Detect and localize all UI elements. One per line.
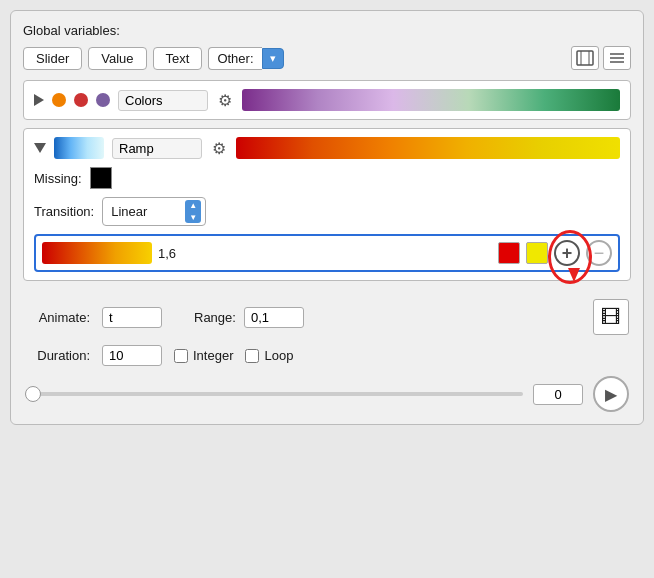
toolbar-row: Slider Value Text Other: ▾ (23, 46, 631, 70)
stepper-up[interactable]: ▲ (185, 200, 201, 212)
range-group: Range: (194, 307, 304, 328)
ramp-section-card: ⚙ Missing: Transition: Linear ▲ ▼ 1,6 (23, 128, 631, 281)
other-label: Other: (208, 47, 261, 70)
colors-name-input[interactable] (118, 90, 208, 111)
dot-red (74, 93, 88, 107)
remove-color-stop-button[interactable]: − (586, 240, 612, 266)
resize-icon-button[interactable] (571, 46, 599, 70)
integer-checkbox[interactable] (174, 349, 188, 363)
colors-gear-button[interactable]: ⚙ (216, 91, 234, 110)
ramp-gear-button[interactable]: ⚙ (210, 139, 228, 158)
integer-checkbox-label[interactable]: Integer (174, 348, 233, 363)
ramp-color-preview (54, 137, 104, 159)
colors-gradient-bar (242, 89, 620, 111)
ramp-section-row: ⚙ (34, 137, 620, 159)
animate-label: Animate: (25, 310, 90, 325)
lines-icon (608, 50, 626, 66)
ramp-value-color-preview (42, 242, 152, 264)
animate-row: Animate: Range: 🎞 (25, 299, 629, 335)
other-dropdown-arrow[interactable]: ▾ (262, 48, 284, 69)
transition-label: Transition: (34, 204, 94, 219)
playback-slider-track[interactable] (25, 392, 523, 396)
yellow-color-swatch[interactable] (526, 242, 548, 264)
duration-input[interactable] (102, 345, 162, 366)
dot-orange (52, 93, 66, 107)
loop-checkbox[interactable] (245, 349, 259, 363)
ramp-value-text: 1,6 (158, 246, 492, 261)
plus-btn-container: + (554, 240, 580, 266)
bottom-section: Animate: Range: 🎞 Duration: Integer Loop (23, 289, 631, 412)
loop-label: Loop (264, 348, 293, 363)
text-button[interactable]: Text (153, 47, 203, 70)
global-vars-label: Global variables: (23, 23, 631, 38)
slider-button[interactable]: Slider (23, 47, 82, 70)
ramp-gradient-bar (236, 137, 620, 159)
transition-select[interactable]: Linear ▲ ▼ (102, 197, 206, 226)
animate-input[interactable] (102, 307, 162, 328)
other-dropdown: Other: ▾ (208, 47, 283, 70)
colors-section-row: ⚙ (34, 89, 620, 111)
ramp-value-row: 1,6 + − (34, 234, 620, 272)
range-label: Range: (194, 310, 236, 325)
missing-color-swatch[interactable] (90, 167, 112, 189)
annotation-circle (548, 230, 592, 284)
slider-value-input[interactable] (533, 384, 583, 405)
resize-icon (576, 50, 594, 66)
toolbar-spacer (571, 46, 631, 70)
transition-value: Linear (111, 204, 181, 219)
integer-label: Integer (193, 348, 233, 363)
ramp-name-input[interactable] (112, 138, 202, 159)
main-panel: Global variables: Slider Value Text Othe… (10, 10, 644, 425)
svg-rect-0 (577, 51, 593, 65)
colors-expand-triangle[interactable] (34, 94, 44, 106)
range-input[interactable] (244, 307, 304, 328)
loop-checkbox-label[interactable]: Loop (245, 348, 293, 363)
play-button[interactable]: ▶ (593, 376, 629, 412)
transition-stepper[interactable]: ▲ ▼ (185, 200, 201, 223)
dot-purple (96, 93, 110, 107)
missing-row: Missing: (34, 167, 620, 189)
lines-icon-button[interactable] (603, 46, 631, 70)
ramp-collapse-triangle[interactable] (34, 143, 46, 153)
playback-slider-thumb[interactable] (25, 386, 41, 402)
add-color-stop-button[interactable]: + (554, 240, 580, 266)
missing-label: Missing: (34, 171, 82, 186)
red-color-swatch[interactable] (498, 242, 520, 264)
slider-row: ▶ (25, 376, 629, 412)
colors-section-card: ⚙ (23, 80, 631, 120)
annotation-arrow (568, 268, 580, 282)
film-icon-button[interactable]: 🎞 (593, 299, 629, 335)
stepper-down[interactable]: ▼ (185, 212, 201, 224)
value-button[interactable]: Value (88, 47, 146, 70)
duration-row: Duration: Integer Loop (25, 345, 629, 366)
duration-label: Duration: (25, 348, 90, 363)
transition-row: Transition: Linear ▲ ▼ (34, 197, 620, 226)
